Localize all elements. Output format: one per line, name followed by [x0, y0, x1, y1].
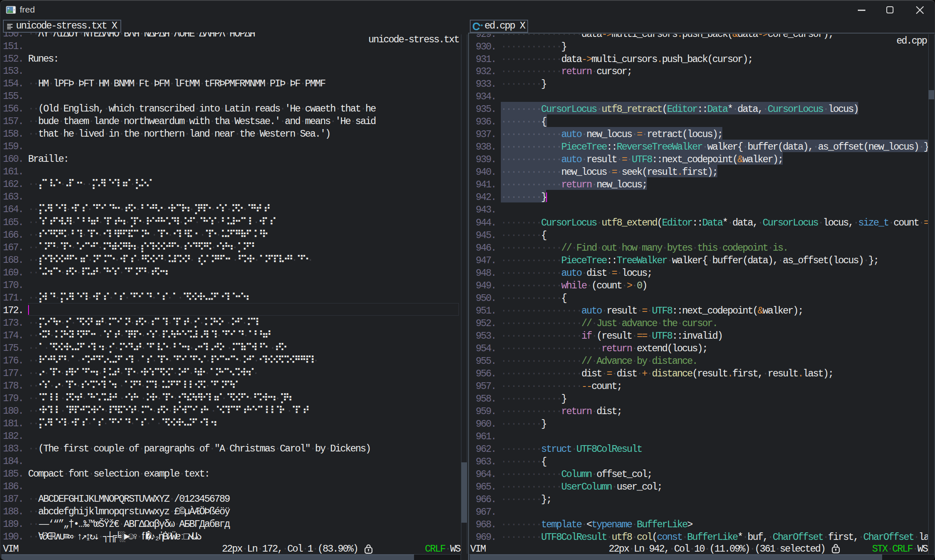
svg-text:C: C: [472, 22, 480, 32]
